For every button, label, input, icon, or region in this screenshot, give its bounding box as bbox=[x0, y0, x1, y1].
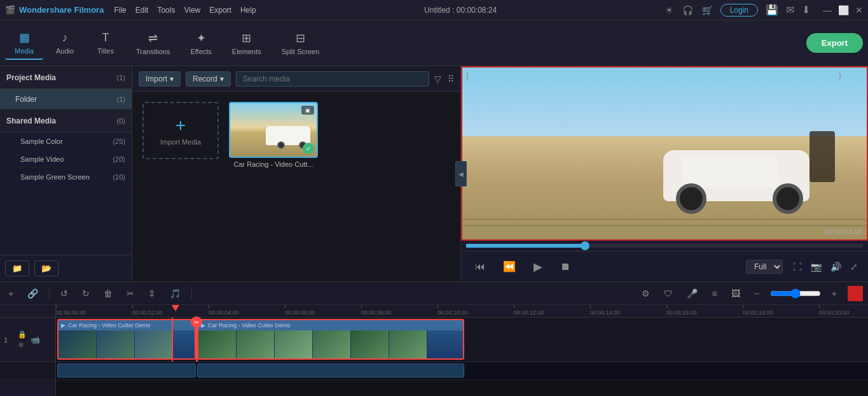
track-number: 1 bbox=[4, 336, 14, 344]
timeline-ruler: 00:00:00:00 00:00:02:00 00:00:04:00 00:0… bbox=[56, 305, 868, 318]
export-button[interactable]: Export bbox=[806, 33, 863, 53]
stop-button[interactable]: ⏹ bbox=[556, 258, 574, 275]
stabilize-icon[interactable]: 🛡 bbox=[661, 286, 676, 301]
login-button[interactable]: Login bbox=[720, 4, 758, 17]
zoom-slider[interactable] bbox=[770, 288, 821, 299]
toolbar-elements[interactable]: ⊞ Elements bbox=[223, 27, 270, 59]
save-icon[interactable]: 💾 bbox=[766, 4, 778, 16]
folder-section[interactable]: Folder (1) bbox=[0, 89, 132, 110]
motion-icon[interactable]: ⚙ bbox=[638, 286, 653, 301]
adjust-button[interactable]: ⇕ bbox=[145, 286, 159, 301]
cart-icon[interactable]: 🛒 bbox=[702, 5, 713, 15]
menu-file[interactable]: File bbox=[114, 6, 126, 15]
frame-back-button[interactable]: ⏪ bbox=[499, 258, 520, 275]
audio-button[interactable]: 🎵 bbox=[167, 286, 184, 301]
link-button[interactable]: 🔗 bbox=[24, 286, 41, 301]
quality-select[interactable]: Full bbox=[746, 260, 783, 274]
tick-label: 00:00:18:00 bbox=[743, 309, 773, 316]
tick-label: 00:00:00:00 bbox=[56, 309, 86, 316]
add-track-button[interactable]: + bbox=[5, 286, 17, 301]
folder-button[interactable]: 📂 bbox=[34, 260, 59, 276]
menu-edit[interactable]: Edit bbox=[135, 6, 149, 15]
import-button[interactable]: Import ▾ bbox=[139, 71, 181, 87]
audio-clip-1[interactable] bbox=[57, 364, 196, 378]
progress-bar[interactable] bbox=[466, 244, 863, 248]
fullscreen-icon[interactable]: ⛶ bbox=[793, 262, 802, 272]
playhead-marker bbox=[172, 305, 179, 311]
sun-icon[interactable]: ☀ bbox=[665, 5, 673, 15]
clip1-thumb3 bbox=[135, 330, 173, 360]
toolbar-audio[interactable]: ♪ Audio bbox=[46, 27, 84, 59]
menu-view[interactable]: View bbox=[184, 6, 200, 15]
close-button[interactable]: ✕ bbox=[855, 5, 863, 15]
media-thumb-label: Car Racing - Video Cutt... bbox=[229, 160, 318, 168]
menu-help[interactable]: Help bbox=[240, 6, 256, 15]
sample-color-item[interactable]: Sample Color (25) bbox=[0, 132, 132, 150]
video-clip-1[interactable]: ▶ Car Racing - Video Cutter Demo bbox=[57, 319, 196, 360]
toolbar-effects[interactable]: ✦ Effects bbox=[181, 27, 220, 59]
minimize-button[interactable]: — bbox=[823, 5, 832, 15]
audio-clip-2[interactable] bbox=[197, 364, 464, 378]
grid-icon[interactable]: ⠿ bbox=[448, 74, 454, 84]
eye-icon[interactable]: 👁 bbox=[18, 341, 27, 349]
ruler-tick-8: 00:00:08:00 bbox=[361, 305, 392, 316]
menu-tools[interactable]: Tools bbox=[157, 6, 175, 15]
zoom-in-icon[interactable]: + bbox=[829, 286, 840, 301]
collapse-panel-button[interactable]: ◀ bbox=[455, 161, 467, 187]
progress-handle[interactable] bbox=[581, 241, 589, 250]
tick-label: 00:00:06:00 bbox=[285, 309, 315, 316]
toolbar-transitions[interactable]: ⇌ Transitions bbox=[127, 27, 179, 59]
title-center: Untitled : 00:00:08:24 bbox=[424, 6, 497, 15]
play-button[interactable]: ▶ bbox=[530, 257, 546, 276]
import-media-box[interactable]: + Import Media bbox=[142, 102, 219, 159]
new-folder-button[interactable]: 📁 bbox=[5, 260, 29, 276]
toolbar-split-screen[interactable]: ⊟ Split Screen bbox=[273, 27, 328, 59]
menu-export[interactable]: Export bbox=[209, 6, 231, 15]
maximize-button[interactable]: ⬜ bbox=[838, 5, 849, 15]
sample-video-item[interactable]: Sample Video (20) bbox=[0, 150, 132, 168]
preview-area: { } 00:00:03:18 ⏮ ⏪ ▶ ⏹ Full ⛶ 📷 🔊 bbox=[461, 66, 868, 281]
tick-label: 00:00:12:00 bbox=[514, 309, 544, 316]
headphones-icon[interactable]: 🎧 bbox=[682, 5, 693, 15]
search-input[interactable] bbox=[236, 71, 429, 87]
preview-progress-area[interactable] bbox=[461, 241, 868, 251]
lock-icon[interactable]: 🔒 bbox=[18, 330, 27, 339]
video-clip-2[interactable]: ▶ Car Racing - Video Cutter Demo bbox=[197, 319, 464, 360]
toolbar-titles[interactable]: T Titles bbox=[86, 27, 125, 59]
toolbar-media[interactable]: ▦ Media bbox=[5, 27, 43, 60]
screenshot-icon[interactable]: 📷 bbox=[811, 262, 822, 272]
timeline-toolbar: + 🔗 ↺ ↻ 🗑 ✂ ⇕ 🎵 ⚙ 🛡 🎤 ≡ 🖼 − + bbox=[0, 282, 868, 305]
cut-button[interactable]: ✂ bbox=[123, 286, 137, 301]
audio-icon: ♪ bbox=[62, 31, 68, 45]
voiceover-icon[interactable]: 🎤 bbox=[684, 286, 701, 301]
ruler-tick-2: 00:00:02:00 bbox=[132, 305, 163, 316]
playhead-line bbox=[172, 318, 173, 362]
sample-green-screen-title: Sample Green Screen bbox=[20, 173, 113, 181]
volume-icon[interactable]: 🔊 bbox=[830, 262, 841, 272]
media-thumbnail[interactable]: ▣ ✓ Car Racing - Video Cutt... bbox=[229, 102, 318, 168]
message-icon[interactable]: ✉ bbox=[786, 4, 794, 16]
sample-green-screen-item[interactable]: Sample Green Screen (10) bbox=[0, 168, 132, 186]
record-dropdown-icon[interactable]: ▾ bbox=[220, 74, 224, 83]
caption-icon[interactable]: ≡ bbox=[708, 286, 720, 301]
corner-marker-tr: } bbox=[839, 71, 841, 80]
left-panel: Project Media (1) Folder (1) Shared Medi… bbox=[0, 66, 132, 281]
snapshot-icon[interactable]: 🖼 bbox=[728, 286, 743, 301]
panel-actions: 📁 📂 bbox=[0, 255, 132, 281]
zoom-out-icon[interactable]: − bbox=[751, 286, 762, 301]
download-icon[interactable]: ⬇ bbox=[802, 4, 810, 16]
record-button[interactable]: Record ▾ bbox=[186, 71, 231, 87]
import-dropdown-icon[interactable]: ▾ bbox=[170, 74, 174, 83]
track-line1 bbox=[462, 218, 867, 220]
audio-track[interactable] bbox=[56, 362, 868, 380]
delete-button[interactable]: 🗑 bbox=[100, 286, 116, 301]
undo-button[interactable]: ↺ bbox=[57, 286, 71, 301]
shared-media-count: (0) bbox=[117, 117, 125, 125]
media-thumb-image: ▣ ✓ bbox=[229, 102, 318, 158]
skip-back-button[interactable]: ⏮ bbox=[471, 258, 489, 275]
video-track[interactable]: ▶ Car Racing - Video Cutter Demo ✂ bbox=[56, 318, 868, 362]
settings-icon[interactable]: ⤢ bbox=[850, 262, 858, 272]
timeline-content[interactable]: 00:00:00:00 00:00:02:00 00:00:04:00 00:0… bbox=[56, 305, 868, 396]
filter-icon[interactable]: ▽ bbox=[434, 74, 441, 84]
redo-button[interactable]: ↻ bbox=[79, 286, 93, 301]
